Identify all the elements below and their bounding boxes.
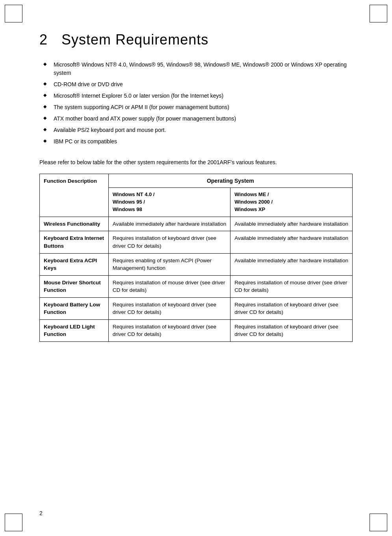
win-new-cell: Available immediately after hardware ins… [230,253,353,275]
function-cell: Wireless Functionality [40,217,109,231]
win-new-cell: Requires installation of keyboard driver… [230,297,353,319]
title-text: System Requirements [61,32,208,48]
function-cell: Keyboard Extra ACPI Keys [40,253,109,275]
list-item: IBM PC or its compatibles [43,136,353,147]
win-new-cell: Available immediately after hardware ins… [230,231,353,253]
win-old-cell: Requires installation of mouse driver (s… [108,275,230,297]
win-old-cell: Requires installation of keyboard driver… [108,231,230,253]
list-item: ATX mother board and ATX power supply (f… [43,113,353,124]
function-cell: Mouse Driver Shortcut Function [40,275,109,297]
list-item: The system supporting ACPI or APM II (fo… [43,102,353,113]
table-row: Keyboard Extra ACPI KeysRequires enablin… [40,253,353,275]
function-header: Function Description [40,174,109,217]
requirements-table: Function Description Operating System Wi… [39,174,353,342]
chapter-number: 2 [39,32,48,48]
list-item: CD-ROM drive or DVD drive [43,79,353,90]
function-cell: Keyboard Extra Internet Buttons [40,231,109,253]
win-new-cell: Requires installation of keyboard driver… [230,319,353,341]
page-number: 2 [39,510,43,516]
list-item: Microsoft® Windows NT® 4.0, Windows® 95,… [43,59,353,79]
table-row: Mouse Driver Shortcut FunctionRequires i… [40,275,353,297]
win-old-cell: Requires installation of keyboard driver… [108,297,230,319]
page-container: 2 System Requirements Microsoft® Windows… [0,0,392,536]
os-header: Operating System [108,174,352,188]
list-item: Microsoft® Internet Explorer 5.0 or late… [43,90,353,102]
list-item: Available PS/2 keyboard port and mouse p… [43,124,353,136]
table-row: Keyboard Battery Low FunctionRequires in… [40,297,353,319]
corner-top-right [370,5,387,22]
function-cell: Keyboard LED Light Function [40,319,109,341]
intro-text: Please refer to below table for the othe… [39,158,353,167]
win-old-cell: Requires installation of keyboard driver… [108,319,230,341]
win-old-cell: Available immediately after hardware ins… [108,217,230,231]
corner-bottom-right [370,514,387,531]
corner-bottom-left [5,514,22,531]
win-old-cell: Requires enabling of system ACPI (Power … [108,253,230,275]
requirements-list: Microsoft® Windows NT® 4.0, Windows® 95,… [39,59,353,147]
table-row: Wireless FunctionalityAvailable immediat… [40,217,353,231]
table-row: Keyboard Extra Internet ButtonsRequires … [40,231,353,253]
win-new-cell: Available immediately after hardware ins… [230,217,353,231]
table-row: Keyboard LED Light FunctionRequires inst… [40,319,353,341]
function-cell: Keyboard Battery Low Function [40,297,109,319]
page-title: 2 System Requirements [39,32,353,48]
win-new-cell: Requires installation of mouse driver (s… [230,275,353,297]
win-new-header: Windows ME / Windows 2000 / Windows XP [230,188,353,217]
corner-top-left [5,5,22,22]
win-old-header: Windows NT 4.0 / Windows 95 / Windows 98 [108,188,230,217]
